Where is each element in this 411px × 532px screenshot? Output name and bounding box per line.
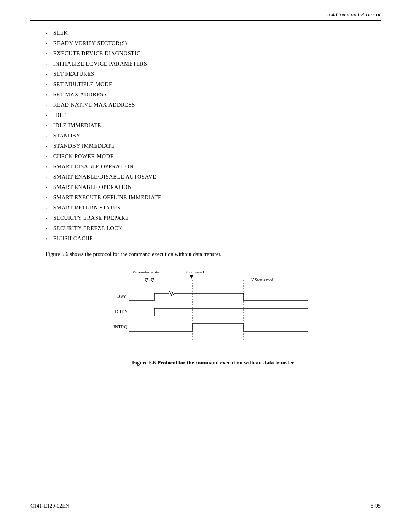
bullet-dot: • [46, 113, 47, 118]
diagram-container: Parameter write ∇~∇ Command ∇ Status rea… [46, 267, 381, 352]
item-label: SECURITY FREEZE LOCK [53, 225, 123, 232]
main-content: •SEEK•READY VERIFY SECTOR(S)•EXECUTE DEV… [30, 30, 381, 500]
svg-text:∇~∇: ∇~∇ [144, 277, 154, 283]
list-item: •INITIALIZE DEVICE PARAMETERS [46, 61, 381, 67]
bullet-dot: • [46, 134, 47, 138]
list-item: •SECURITY ERASE PREPARE [46, 215, 381, 221]
bullet-dot: • [46, 52, 47, 56]
page: 5.4 Command Protocol •SEEK•READY VERIFY … [0, 0, 411, 532]
bullet-dot: • [46, 155, 47, 159]
list-item: •SMART RETURN STATUS [46, 204, 381, 211]
param-write-label: Parameter write [132, 270, 159, 274]
footer-right: 5-95 [371, 503, 381, 509]
list-item: •STANDBY [46, 133, 381, 139]
header-title: 5.4 Command Protocol [327, 11, 381, 18]
list-item: •SECURITY FREEZE LOCK [46, 225, 381, 232]
item-label: SET FEATURES [53, 71, 94, 77]
list-item: •CHECK POWER MODE [46, 153, 381, 160]
bsy-signal-part1 [129, 293, 169, 301]
timing-diagram-svg: Parameter write ∇~∇ Command ∇ Status rea… [107, 267, 320, 350]
list-item: •EXECUTE DEVICE DIAGNOSTIC [46, 50, 381, 57]
page-footer: C141-E120-02EN 5-95 [30, 500, 381, 509]
status-read-label: ∇ Status read [251, 277, 274, 282]
item-label: INITIALIZE DEVICE PARAMETERS [53, 61, 147, 67]
bullet-dot: • [46, 103, 47, 107]
figure-caption: Figure 5.6 Protocol for the command exec… [46, 359, 381, 366]
list-item: •SET FEATURES [46, 71, 381, 77]
item-label: FLUSH CACHE [53, 235, 93, 242]
list-item: •IDLE [46, 112, 381, 118]
bsy-signal-part2 [174, 293, 308, 301]
item-label: EXECUTE DEVICE DIAGNOSTIC [53, 50, 141, 57]
intrq-label: INTRQ [113, 324, 127, 329]
bullet-dot: • [46, 62, 47, 66]
command-triangle [190, 275, 193, 279]
bullet-dot: • [46, 175, 47, 179]
break1b [172, 291, 174, 296]
bullet-dot: • [46, 206, 47, 210]
list-item: •SMART DISABLE OPERATION [46, 163, 381, 170]
bullet-dot: • [46, 93, 47, 97]
drdy-signal [129, 308, 308, 316]
bullet-dot: • [46, 83, 47, 87]
bullet-dot: • [46, 216, 47, 220]
item-label: READY VERIFY SECTOR(S) [53, 40, 127, 46]
bsy-label: BSY [117, 294, 126, 299]
figure-intro: Figure 5.6 shows the protocol for the co… [46, 251, 381, 257]
bullet-dot: • [46, 165, 47, 169]
item-label: SEEK [53, 30, 68, 36]
item-label: SMART ENABLE/DISABLE AUTOSAVE [53, 174, 156, 180]
bullet-dot: • [46, 42, 47, 46]
bullet-dot: • [46, 31, 47, 35]
item-label: SMART DISABLE OPERATION [53, 163, 134, 170]
item-label: STANDBY IMMEDIATE [53, 143, 115, 149]
bullet-dot: • [46, 185, 47, 190]
list-item: •STANDBY IMMEDIATE [46, 143, 381, 149]
list-item: •SMART EXECUTE OFFLINE IMMEDIATE [46, 194, 381, 201]
bullet-dot: • [46, 196, 47, 200]
list-item: •SMART ENABLE/DISABLE AUTOSAVE [46, 174, 381, 180]
list-item: •SET MAX ADDRESS [46, 91, 381, 98]
page-header: 5.4 Command Protocol [30, 11, 381, 21]
item-label: IDLE [53, 112, 67, 118]
item-label: SMART RETURN STATUS [53, 204, 121, 211]
item-label: SMART ENABLE OPERATION [53, 184, 132, 190]
footer-left: C141-E120-02EN [30, 503, 69, 509]
item-label: SET MULTIPLE MODE [53, 81, 113, 88]
item-label: SET MAX ADDRESS [53, 91, 107, 98]
drdy-label: DRDY [115, 309, 128, 314]
item-label: CHECK POWER MODE [53, 153, 114, 160]
list-item: •SEEK [46, 30, 381, 36]
bullet-dot: • [46, 227, 47, 231]
item-label: SECURITY ERASE PREPARE [53, 215, 129, 221]
intrq-signal [129, 324, 308, 331]
bullet-dot: • [46, 124, 47, 128]
list-item: •FLUSH CACHE [46, 235, 381, 242]
bullet-dot: • [46, 72, 47, 77]
break1a [169, 291, 172, 296]
command-list: •SEEK•READY VERIFY SECTOR(S)•EXECUTE DEV… [46, 30, 381, 242]
bullet-dot: • [46, 237, 47, 241]
item-label: STANDBY [53, 133, 80, 139]
command-label: Command [186, 270, 204, 274]
list-item: •IDLE IMMEDIATE [46, 122, 381, 129]
item-label: IDLE IMMEDIATE [53, 122, 101, 129]
item-label: SMART EXECUTE OFFLINE IMMEDIATE [53, 194, 162, 201]
list-item: •SMART ENABLE OPERATION [46, 184, 381, 190]
list-item: •READY VERIFY SECTOR(S) [46, 40, 381, 46]
bullet-dot: • [46, 144, 47, 149]
item-label: READ NATIVE MAX ADDRESS [53, 102, 135, 108]
timing-diagram: Parameter write ∇~∇ Command ∇ Status rea… [107, 267, 320, 352]
list-item: •READ NATIVE MAX ADDRESS [46, 102, 381, 108]
list-item: •SET MULTIPLE MODE [46, 81, 381, 88]
